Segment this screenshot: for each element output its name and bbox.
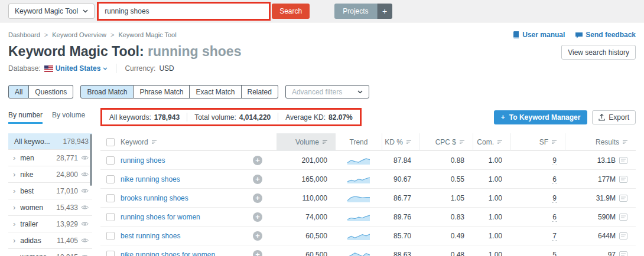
advanced-filters-dropdown[interactable]: Advanced filters (285, 85, 369, 99)
database-selector[interactable]: United States (44, 64, 108, 73)
header-cpc[interactable]: CPC $ (419, 133, 473, 151)
serp-preview-icon[interactable] (619, 232, 627, 239)
eye-icon[interactable] (81, 172, 89, 177)
sf-value[interactable]: 6 (552, 175, 557, 183)
tab-by-volume[interactable]: By volume (52, 111, 85, 124)
add-project-button[interactable]: + (377, 4, 392, 19)
chevron-right-icon[interactable]: › (13, 236, 15, 245)
filter-tab-related[interactable]: Related (242, 85, 278, 99)
breadcrumb-item[interactable]: Keyword Magic Tool (118, 31, 176, 38)
view-search-history-button[interactable]: View search history (561, 45, 636, 60)
keyword-search-input[interactable] (99, 4, 269, 19)
send-feedback-link[interactable]: Send feedback (575, 31, 636, 39)
add-keyword-icon[interactable]: + (253, 250, 262, 256)
header-keyword[interactable]: Keyword (121, 133, 253, 151)
sidebar-group-item[interactable]: › men 28,771 (8, 150, 92, 166)
sf-value[interactable]: 6 (552, 213, 557, 221)
filter-tab-questions[interactable]: Questions (29, 85, 73, 99)
eye-icon[interactable] (81, 221, 89, 227)
serp-preview-icon[interactable] (619, 251, 627, 256)
filter-tab-broad-match[interactable]: Broad Match (80, 85, 134, 99)
trend-sparkline (336, 175, 382, 183)
eye-icon[interactable] (81, 155, 89, 160)
volume-value: 201,000 (277, 156, 336, 165)
keyword-link[interactable]: running shoes for women (121, 213, 200, 221)
page-title: Keyword Magic Tool: running shoes (8, 44, 241, 60)
chevron-right-icon[interactable]: › (13, 170, 15, 179)
header-sf[interactable]: SF (510, 133, 565, 151)
sf-value[interactable]: 7 (552, 232, 557, 240)
export-button[interactable]: Export (592, 110, 636, 124)
table-row: nike running shoes + 165,000 90.67 0.55 … (100, 170, 636, 189)
results-value: 31.9M (596, 194, 616, 202)
row-checkbox[interactable] (106, 251, 115, 256)
add-keyword-icon[interactable]: + (253, 193, 262, 203)
serp-preview-icon[interactable] (619, 214, 627, 221)
chevron-right-icon[interactable]: › (13, 186, 15, 195)
sidebar-group-item[interactable]: › nike 24,800 (8, 166, 92, 183)
projects-group: Projects + (334, 4, 392, 19)
tab-by-number[interactable]: By number (8, 111, 43, 124)
header-kd[interactable]: KD % (382, 133, 419, 151)
sidebar-scrollbar-thumb[interactable] (90, 134, 92, 186)
sidebar-item-all-keywords[interactable]: All keywo... 178,943 (8, 133, 92, 150)
filter-tab-all[interactable]: All (8, 85, 29, 99)
select-all-checkbox[interactable] (106, 138, 115, 146)
add-keyword-icon[interactable]: + (253, 212, 262, 222)
sf-value[interactable]: 5 (552, 251, 557, 256)
chevron-right-icon[interactable]: › (13, 252, 15, 256)
sidebar-group-item[interactable]: › best 17,010 (8, 183, 92, 199)
eye-icon[interactable] (81, 205, 89, 210)
keyword-link[interactable]: brooks running shoes (121, 194, 188, 202)
tool-selector-dropdown[interactable]: Keyword Magic Tool (8, 4, 95, 19)
user-manual-link[interactable]: User manual (513, 31, 565, 39)
breadcrumb-item[interactable]: Keyword Overview (52, 31, 106, 38)
eye-icon[interactable] (81, 188, 89, 193)
chevron-right-icon[interactable]: › (13, 153, 15, 162)
row-checkbox[interactable] (106, 175, 115, 183)
row-checkbox[interactable] (106, 194, 115, 202)
table-body: running shoes + 201,000 87.84 0.88 1.00 … (100, 151, 636, 256)
header-volume[interactable]: Volume (277, 133, 336, 151)
filter-tab-phrase-match[interactable]: Phrase Match (134, 85, 190, 99)
group-count: 28,771 (56, 154, 78, 162)
com-value: 1.00 (473, 156, 510, 165)
header-results[interactable]: Results (565, 133, 636, 151)
keyword-magic-tool-page: Keyword Magic Tool Search Projects + Das… (0, 0, 644, 256)
keyword-link[interactable]: nike running shoes (121, 175, 180, 183)
serp-preview-icon[interactable] (619, 157, 627, 164)
trend-sparkline (336, 156, 382, 165)
search-button[interactable]: Search (272, 4, 310, 19)
row-checkbox[interactable] (106, 213, 115, 221)
sidebar-group-item[interactable]: › trailer 13,929 (8, 216, 92, 232)
add-keyword-icon[interactable]: + (253, 231, 262, 241)
serp-preview-icon[interactable] (619, 176, 627, 183)
serp-preview-icon[interactable] (619, 195, 627, 202)
sort-mode-tabs: By number By volume (8, 111, 85, 124)
group-label: nike (20, 170, 33, 179)
sidebar-group-item[interactable]: › womens 10,915 (8, 249, 92, 256)
keyword-link[interactable]: best running shoes (121, 232, 180, 240)
to-keyword-manager-button[interactable]: + To Keyword Manager (494, 110, 587, 124)
chevron-right-icon[interactable]: › (13, 203, 15, 212)
filter-tab-exact-match[interactable]: Exact Match (190, 85, 241, 99)
chevron-right-icon[interactable]: › (13, 219, 15, 228)
sf-value[interactable]: 9 (552, 194, 557, 202)
sidebar-group-item[interactable]: › women 15,433 (8, 199, 92, 216)
add-keyword-icon[interactable]: + (253, 175, 262, 184)
keyword-link[interactable]: nike running shoes for women (121, 251, 215, 256)
projects-button[interactable]: Projects (334, 4, 376, 19)
eye-icon[interactable] (81, 238, 89, 243)
kd-value: 87.84 (382, 156, 419, 165)
breadcrumb-item[interactable]: Dashboard (8, 31, 40, 38)
keyword-link[interactable]: running shoes (121, 156, 165, 165)
sf-value[interactable]: 9 (552, 156, 557, 165)
add-keyword-icon[interactable]: + (253, 156, 262, 165)
kd-value: 88.63 (382, 251, 419, 256)
row-checkbox[interactable] (106, 156, 115, 165)
header-com[interactable]: Com. (473, 133, 510, 151)
results-value: 97 (608, 251, 616, 256)
sidebar-group-item[interactable]: › adidas 11,405 (8, 232, 92, 249)
row-checkbox[interactable] (106, 232, 115, 240)
chevron-down-icon (83, 9, 88, 13)
